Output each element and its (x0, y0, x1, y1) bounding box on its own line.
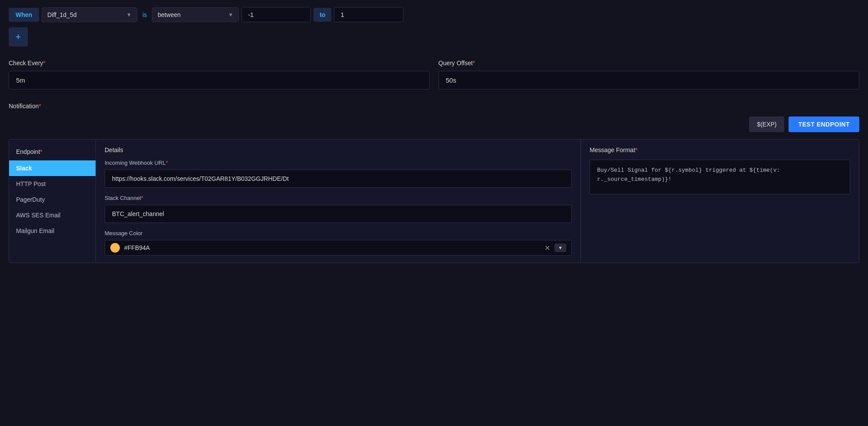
field-dropdown[interactable]: Diff_1d_5d ▼ (42, 7, 137, 22)
check-query-row: Check Every* Query Offset* (9, 60, 859, 90)
endpoint-item-mailgun-email[interactable]: Mailgun Email (9, 223, 96, 239)
check-every-section: Check Every* (9, 60, 430, 90)
when-badge[interactable]: When (9, 8, 39, 22)
operator-dropdown[interactable]: between ▼ (152, 7, 239, 22)
test-endpoint-button[interactable]: TEST ENDPOINT (789, 116, 859, 132)
message-format-title: Message Format* (590, 146, 850, 153)
add-condition-button[interactable]: + (9, 27, 28, 47)
slack-channel-input[interactable] (105, 205, 572, 223)
endpoint-panel: Endpoint* Slack HTTP Post PagerDuty AWS … (9, 139, 859, 263)
message-format-section: Message Format* Buy/Sell Signal for ${r.… (581, 140, 859, 263)
endpoint-item-pagerduty[interactable]: PagerDuty (9, 192, 96, 207)
operator-dropdown-chevron: ▼ (228, 12, 233, 18)
endpoint-item-aws-ses-email[interactable]: AWS SES Email (9, 207, 96, 223)
color-clear-icon[interactable]: ✕ (545, 244, 550, 252)
check-every-input[interactable] (9, 71, 430, 90)
query-offset-input[interactable] (439, 71, 860, 90)
check-every-label: Check Every* (9, 60, 430, 67)
value-to-input[interactable] (334, 7, 403, 22)
color-label: Message Color (105, 230, 572, 236)
message-format-box[interactable]: Buy/Sell Signal for ${r.symbol} triggere… (590, 160, 850, 194)
details-title: Details (105, 146, 572, 153)
endpoint-item-slack[interactable]: Slack (9, 160, 96, 176)
exp-button[interactable]: $(EXP) (749, 116, 784, 132)
field-dropdown-chevron: ▼ (126, 12, 132, 18)
endpoint-sidebar: Endpoint* Slack HTTP Post PagerDuty AWS … (9, 140, 96, 263)
notification-section: Notification* (9, 103, 859, 110)
notification-label: Notification* (9, 103, 859, 110)
value-from-input[interactable] (241, 7, 311, 22)
is-label: is (140, 8, 149, 22)
query-offset-section: Query Offset* (439, 60, 860, 90)
color-input-row[interactable]: #FFB94A ✕ ▼ (105, 240, 572, 256)
endpoint-sidebar-title: Endpoint* (9, 144, 96, 160)
field-value: Diff_1d_5d (47, 11, 76, 18)
channel-label: Slack Channel* (105, 195, 572, 201)
query-offset-label: Query Offset* (439, 60, 860, 67)
top-right-buttons: $(EXP) TEST ENDPOINT (9, 116, 859, 132)
color-swatch (110, 243, 120, 253)
color-text: #FFB94A (124, 244, 540, 251)
color-dropdown-arrow-icon[interactable]: ▼ (554, 243, 566, 252)
operator-value: between (158, 11, 181, 18)
endpoint-item-http-post[interactable]: HTTP Post (9, 176, 96, 192)
webhook-url-input[interactable] (105, 170, 572, 188)
page-container: When Diff_1d_5d ▼ is between ▼ to + Chec… (0, 0, 868, 270)
details-section: Details Incoming Webhook URL* Slack Chan… (96, 140, 581, 263)
webhook-label: Incoming Webhook URL* (105, 160, 572, 166)
to-label: to (314, 8, 331, 22)
when-row: When Diff_1d_5d ▼ is between ▼ to (9, 7, 859, 22)
